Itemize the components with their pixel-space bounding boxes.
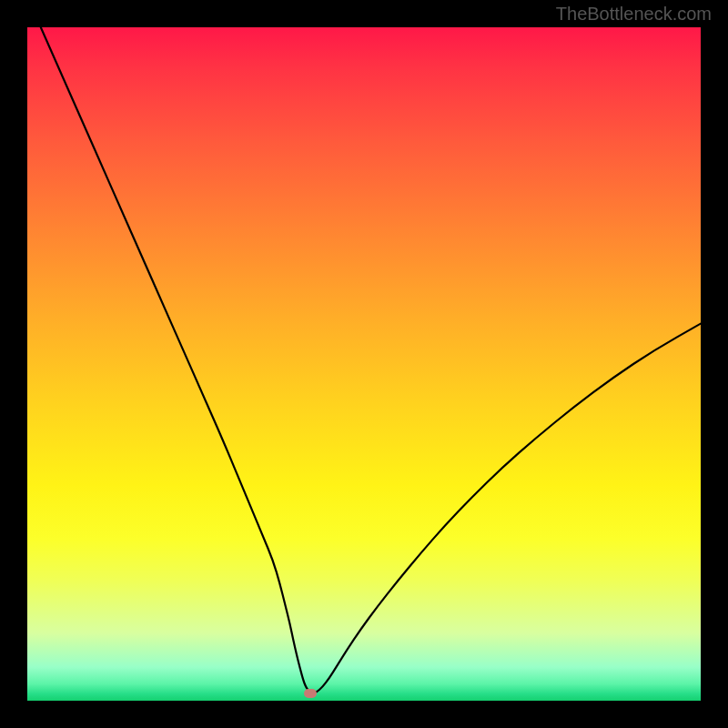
watermark-text: TheBottleneck.com	[556, 4, 712, 25]
bottleneck-curve	[27, 27, 701, 701]
plot-area	[27, 27, 701, 701]
optimal-point-marker	[304, 689, 317, 698]
